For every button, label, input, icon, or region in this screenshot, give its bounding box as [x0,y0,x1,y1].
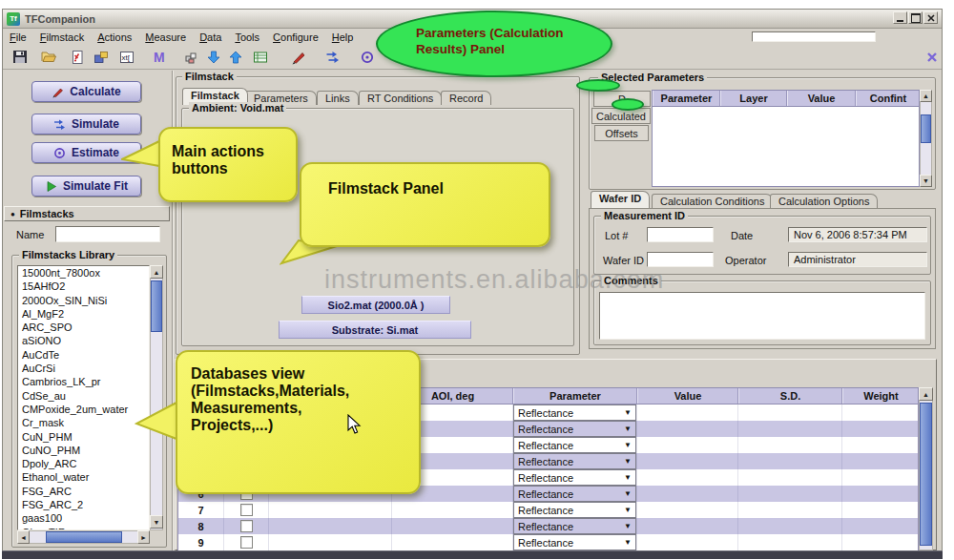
dropdown-value: Reflectance [518,472,573,484]
selected-params-vscroll-thumb[interactable] [921,114,931,143]
list-item[interactable]: Cambrios_LK_pr [18,375,149,388]
tab-rt-conditions[interactable]: RT Conditions [359,91,442,105]
list-item[interactable]: FSG_ARC_2 [18,498,149,511]
maximize-icon[interactable] [908,11,923,24]
close-x-icon[interactable] [923,49,941,65]
row-number: 7 [178,502,224,518]
calculate-icon[interactable] [290,49,307,65]
list-item[interactable]: gaas100 [18,511,149,525]
progress-field [752,31,876,42]
list-item[interactable]: aSiONO [18,334,149,347]
simulate-button[interactable]: Simulate [31,114,141,135]
arrow-down-icon[interactable] [205,49,222,65]
package-icon[interactable] [93,49,110,65]
menu-item-measure[interactable]: Measure [138,31,193,44]
tab-record[interactable]: Record [441,91,491,105]
scroll-down-icon[interactable]: ▼ [920,175,932,187]
list-item[interactable]: ARC_SPO [18,321,149,334]
results-vscroll-thumb[interactable] [920,403,932,546]
list-item[interactable]: CdSe_au [18,389,149,403]
parameter-dropdown[interactable]: Reflectance▼ [513,453,636,469]
layers-icon[interactable] [183,49,200,65]
list-item[interactable]: 15AHfO2 [18,280,149,293]
simulate-fit-button[interactable]: Simulate Fit [31,176,141,197]
substrate-button[interactable]: Substrate: Si.mat [279,321,471,339]
dropdown-arrow-icon: ▼ [624,408,632,417]
scroll-right-icon[interactable]: ► [137,530,150,544]
save-icon[interactable] [11,49,29,65]
scroll-down-icon[interactable]: ▼ [150,515,163,529]
dropdown-value: Reflectance [518,505,573,516]
parameter-dropdown[interactable]: Reflectance▼ [513,486,636,502]
checkbox[interactable] [240,504,253,516]
parameter-dropdown[interactable]: Reflectance▼ [513,534,636,550]
list-item[interactable]: Al_MgF2 [18,307,149,321]
layer-button[interactable]: Sio2.mat (2000.0Å ) [301,296,450,314]
list-item[interactable]: Ethanol_water [18,470,149,484]
parameter-dropdown[interactable]: Reflectance▼ [513,469,636,486]
tab-calculation-conditions[interactable]: Calculation Conditions [652,194,773,208]
library-vscroll-thumb[interactable] [151,280,162,332]
menu-item-tools[interactable]: Tools [228,31,266,44]
scroll-up-icon[interactable]: ▲ [150,265,163,279]
list-item[interactable]: CMPoxide_2um_water [18,403,149,416]
window-bottom-edge [2,550,943,559]
scroll-up-icon[interactable]: ▲ [919,387,933,401]
table-row: 8 Reflectance▼ [178,518,918,534]
list-item[interactable]: Dpoly_ARC [18,457,149,470]
list-item[interactable]: CuN_PHM [18,430,149,444]
list-item[interactable]: 2000Ox_SIN_NiSi [18,294,149,307]
materials-icon[interactable]: M [151,49,168,65]
menu-item-help[interactable]: Help [325,31,361,44]
parameter-dropdown[interactable]: Reflectance▼ [513,437,636,453]
annotation-small-ellipse [612,98,644,111]
estimate-icon[interactable] [359,49,376,65]
library-hscroll-thumb[interactable] [46,531,122,543]
list-item[interactable]: FSG_ARC [18,485,149,498]
arrow-up-icon[interactable] [227,49,244,65]
row-checkbox-cell [224,534,269,550]
simulate-icon[interactable] [324,49,342,65]
lot-input[interactable] [647,227,714,242]
comments-textarea[interactable] [599,292,925,340]
callout-main-actions: Main actions buttons [158,127,298,202]
list-item[interactable]: Cr_mask [18,416,149,429]
parameter-dropdown[interactable]: Reflectance▼ [513,502,636,518]
menu-item-actions[interactable]: Actions [91,31,138,44]
report-icon[interactable] [69,49,86,65]
list-item[interactable]: AuCdTe [18,348,149,362]
lot-label: Lot # [605,230,628,241]
list-item[interactable]: 15000nt_7800ox [18,266,149,280]
dropdown-value: Reflectance [518,407,573,419]
checkbox[interactable] [240,536,253,549]
parameter-dropdown[interactable]: Reflectance▼ [513,421,636,437]
table-row: 7 Reflectance▼ [178,502,918,518]
side-tab-offsets[interactable]: Offsets [594,125,649,141]
annotation-green-text: Parameters (Calculation Results) Panel [416,25,564,57]
filmstacks-section-header[interactable]: ● Filmstacks [4,206,170,221]
calculate-label: Calculate [70,85,120,98]
name-input[interactable] [55,226,160,242]
scroll-left-icon[interactable]: ◄ [17,530,30,544]
parameter-dropdown[interactable]: Reflectance▼ [513,404,636,421]
menu-item-file[interactable]: File [3,31,33,44]
tab-links[interactable]: Links [317,91,359,105]
calculate-button[interactable]: Calculate [31,81,141,102]
checkbox[interactable] [240,520,253,532]
parameter-dropdown[interactable]: Reflectance▼ [513,518,636,534]
open-icon[interactable] [40,49,57,65]
scroll-up-icon[interactable]: ▲ [920,90,932,102]
menu-item-data[interactable]: Data [193,31,228,44]
menu-item-configure[interactable]: Configure [266,31,325,44]
list-item[interactable]: AuCrSi [18,362,149,375]
table-icon[interactable] [252,49,269,65]
minimize-icon[interactable] [893,11,907,24]
app-icon: Tf [7,12,20,26]
tab-wafer-id[interactable]: Wafer ID [591,191,650,208]
tab-calculation-options[interactable]: Calculation Options [770,194,878,208]
excel-export-icon[interactable]: xt[ [118,49,135,65]
callout-databases-view: Databases view (Filmstacks,Materials, Me… [176,350,421,494]
menu-item-filmstack[interactable]: Filmstack [33,31,91,44]
close-icon[interactable] [923,11,938,24]
list-item[interactable]: CuNO_PHM [18,444,149,457]
